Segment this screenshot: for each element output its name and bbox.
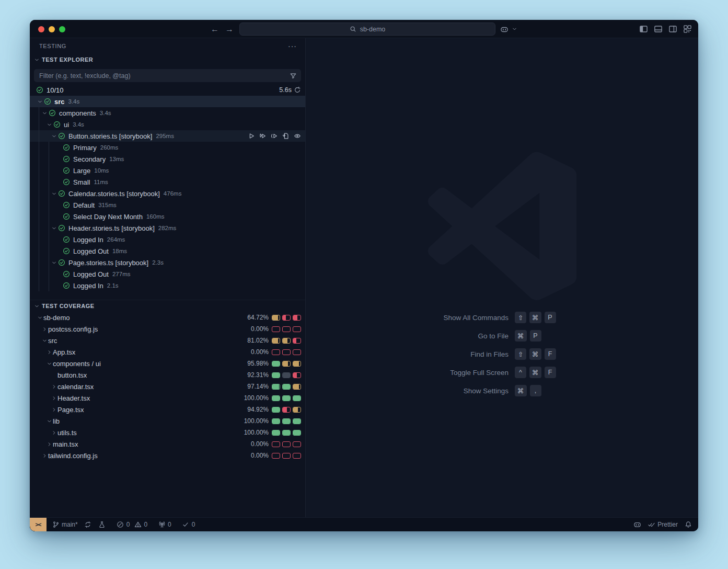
shortcut-label: Show All Commands <box>306 314 515 322</box>
run-with-coverage-icon[interactable] <box>270 132 278 140</box>
chevron-down-icon[interactable] <box>45 122 53 128</box>
zoom-window-button[interactable] <box>59 26 65 32</box>
coverage-row[interactable]: Header.tsx100.00% <box>30 392 305 404</box>
filter-placeholder: Filter (e.g. text, !exclude, @tag) <box>39 72 131 79</box>
chevron-right-icon[interactable] <box>41 326 48 332</box>
coverage-row[interactable]: calendar.tsx97.14% <box>30 381 305 392</box>
test-tree-row[interactable]: ui3.4s <box>30 119 305 130</box>
copilot-status-item[interactable] <box>630 518 644 531</box>
test-tree-row[interactable]: Default315ms <box>30 199 305 211</box>
chevron-down-icon[interactable] <box>36 99 43 105</box>
chevron-right-icon[interactable] <box>50 384 57 390</box>
test-tree-row[interactable]: src3.4s <box>30 96 305 107</box>
coverage-row[interactable]: Page.tsx94.92% <box>30 404 305 415</box>
test-filter-input[interactable]: Filter (e.g. text, !exclude, @tag) <box>34 69 301 82</box>
problems-item[interactable]: 0 0 <box>113 518 151 531</box>
chevron-down-icon[interactable] <box>511 26 518 33</box>
chevron-right-icon[interactable] <box>50 395 57 401</box>
toggle-primary-sidebar-button[interactable] <box>639 25 648 34</box>
chevron-right-icon[interactable] <box>45 349 53 355</box>
toggle-secondary-sidebar-button[interactable] <box>668 25 677 34</box>
git-branch-item[interactable]: main* <box>49 518 81 531</box>
tests-passed-icon <box>36 86 43 94</box>
test-tree-row[interactable]: Small11ms <box>30 176 305 188</box>
beaker-item[interactable] <box>95 518 109 531</box>
test-tree-row[interactable]: Button.stories.ts [storybook]295ms <box>30 130 305 142</box>
rerun-tests-icon[interactable] <box>294 86 301 94</box>
test-passed-icon <box>57 132 66 140</box>
coverage-bars <box>272 372 301 378</box>
chevron-right-icon[interactable] <box>45 441 53 447</box>
coverage-row[interactable]: lib100.00% <box>30 415 305 427</box>
chevron-down-icon[interactable] <box>50 191 57 197</box>
ports-item[interactable]: 0 <box>155 518 175 531</box>
run-test-icon[interactable] <box>247 132 255 140</box>
filter-icon[interactable] <box>290 72 297 79</box>
tree-item-label: Large <box>73 167 90 175</box>
test-tree-row[interactable]: components3.4s <box>30 107 305 119</box>
go-to-test-icon[interactable] <box>282 132 290 140</box>
coverage-row[interactable]: src81.02% <box>30 335 305 346</box>
checks-item[interactable]: 0 <box>179 518 199 531</box>
sync-changes-button[interactable] <box>81 518 95 531</box>
chevron-down-icon[interactable] <box>50 133 57 139</box>
coverage-percent: 100.00% <box>244 429 269 436</box>
chevron-down-icon[interactable] <box>41 110 48 116</box>
copilot-icon[interactable] <box>500 25 509 33</box>
debug-test-icon[interactable] <box>259 132 267 140</box>
back-button[interactable]: ← <box>211 25 219 34</box>
test-explorer-section-header[interactable]: TEST EXPLORER <box>30 54 305 65</box>
coverage-row[interactable]: components / ui95.98% <box>30 358 305 369</box>
minimize-window-button[interactable] <box>49 26 55 32</box>
chevron-down-icon[interactable] <box>45 418 53 424</box>
test-tree-row[interactable]: Large10ms <box>30 165 305 176</box>
chevron-down-icon[interactable] <box>50 260 57 266</box>
test-tree-row[interactable]: Header.stories.ts [storybook]282ms <box>30 222 305 234</box>
tree-item-label: calendar.tsx <box>57 383 94 391</box>
chevron-right-icon[interactable] <box>50 430 57 436</box>
command-center-search[interactable]: sb-demo <box>239 22 495 36</box>
customize-layout-button[interactable] <box>683 25 692 34</box>
test-tree-row[interactable]: Logged Out277ms <box>30 268 305 280</box>
coverage-row[interactable]: utils.ts100.00% <box>30 427 305 438</box>
remote-indicator[interactable]: >< <box>30 518 47 531</box>
coverage-row[interactable]: postcss.config.js0.00% <box>30 323 305 335</box>
test-tree-row[interactable]: Secondary13ms <box>30 153 305 165</box>
test-tree-row[interactable]: Logged Out18ms <box>30 245 305 257</box>
test-tree-row[interactable]: Select Day Next Month160ms <box>30 211 305 222</box>
coverage-row[interactable]: sb-demo64.72% <box>30 312 305 323</box>
test-tree-row[interactable]: Page.stories.ts [storybook]2.3s <box>30 257 305 268</box>
keycap: ⌘ <box>529 367 541 378</box>
coverage-row[interactable]: button.tsx92.31% <box>30 369 305 381</box>
coverage-row[interactable]: tailwind.config.js0.00% <box>30 450 305 461</box>
toggle-watch-icon[interactable] <box>293 132 301 140</box>
tree-item-label: Logged Out <box>73 270 109 278</box>
notifications-bell[interactable] <box>681 518 695 531</box>
test-tree-row[interactable]: Logged In264ms <box>30 234 305 245</box>
test-results-summary: 10/10 5.6s <box>30 84 305 96</box>
test-duration: 160ms <box>146 213 165 220</box>
formatter-item[interactable]: Prettier <box>644 518 681 531</box>
test-tree-row[interactable]: Logged In2.1s <box>30 280 305 291</box>
coverage-row[interactable]: App.tsx0.00% <box>30 346 305 358</box>
chevron-right-icon[interactable] <box>41 453 48 459</box>
chevron-down-icon[interactable] <box>50 225 57 231</box>
test-tree-row[interactable]: Calendar.stories.ts [storybook]476ms <box>30 188 305 199</box>
coverage-bar <box>282 395 291 401</box>
test-duration: 264ms <box>107 236 125 243</box>
chevron-down-icon[interactable] <box>41 338 48 344</box>
close-window-button[interactable] <box>38 26 44 32</box>
coverage-row[interactable]: main.tsx0.00% <box>30 438 305 450</box>
coverage-bar <box>272 384 280 390</box>
test-passed-icon <box>62 155 71 163</box>
forward-button[interactable]: → <box>225 25 234 34</box>
chevron-down-icon[interactable] <box>45 361 53 367</box>
chevron-right-icon[interactable] <box>50 407 57 413</box>
toggle-panel-button[interactable] <box>653 25 663 34</box>
coverage-percent: 95.98% <box>247 360 269 367</box>
coverage-bar <box>272 407 280 413</box>
test-tree-row[interactable]: Primary260ms <box>30 142 305 153</box>
chevron-down-icon[interactable] <box>36 315 43 321</box>
more-actions-button[interactable]: ··· <box>288 42 297 50</box>
test-coverage-section-header[interactable]: TEST COVERAGE <box>30 300 305 312</box>
